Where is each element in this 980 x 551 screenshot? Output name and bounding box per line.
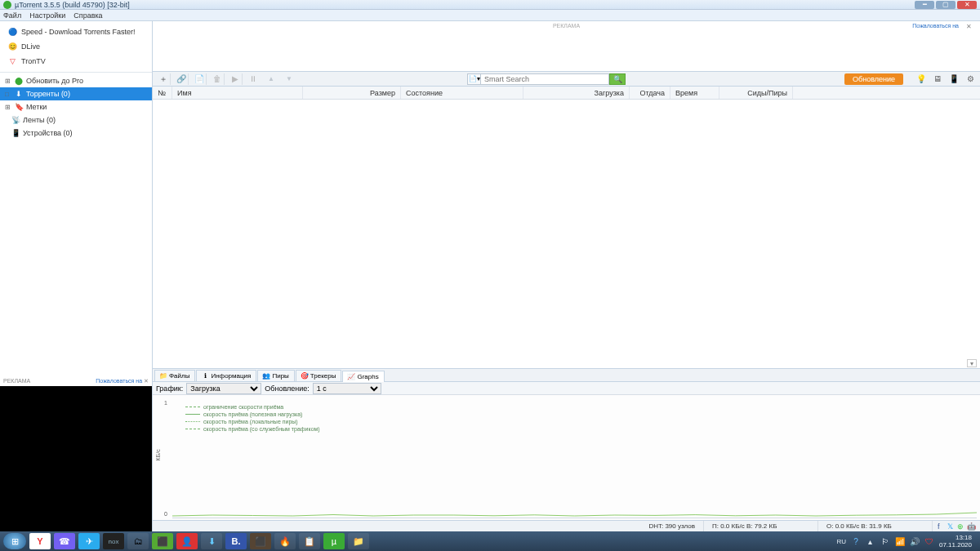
menu-file[interactable]: Файл [3,11,21,20]
sidebar-ad: РЕКЛАМА Пожаловаться на ✕ [0,378,153,531]
tree-upgrade-pro[interactable]: ⊞ ⬤ Обновить до Pro [0,74,152,87]
task-app2[interactable]: ⬇ [201,533,222,549]
pro-icon: ⬤ [15,77,23,85]
tray-flag-icon[interactable]: 🏳 [880,536,890,546]
folder-icon: 📁 [160,373,167,380]
promo-trontv-label: TronTV [21,57,46,65]
task-explorer[interactable]: 📁 [348,533,369,549]
android-icon[interactable]: 🤖 [967,522,975,531]
info-icon: ℹ [202,373,208,380]
menu-help[interactable]: Справка [74,11,102,20]
promo-speed[interactable]: 🔵 Speed - Download Torrents Faster! [0,24,152,39]
remote-icon[interactable]: 📱 [947,73,960,85]
tray-shield-icon[interactable]: 🛡 [924,536,934,546]
trontv-icon: ▽ [8,57,16,65]
status-down[interactable]: П: 0.0 КБ/с В: 79.2 КБ [704,521,818,531]
col-status[interactable]: Состояние [401,87,523,99]
tree-labels-label: Метки [26,103,47,111]
add-url-button[interactable]: 🔗 [174,73,189,85]
tab-graphs[interactable]: 📈Graphs [342,371,384,382]
tray-chevron-icon[interactable]: ▴ [866,536,875,546]
facebook-icon[interactable]: f [938,522,946,531]
settings-icon[interactable]: ⚙ [964,73,977,85]
sidebar-ad-body[interactable] [0,386,152,531]
tab-trackers[interactable]: 🎯Трекеры [296,370,342,381]
move-down-button[interactable]: ▼ [282,73,296,85]
task-telegram[interactable]: ✈ [78,533,100,549]
sidebar-ad-close[interactable]: ✕ [144,378,149,384]
share-icon[interactable]: ⊕ [957,522,965,531]
status-up[interactable]: О: 0.0 КБ/с В: 31.9 КБ [818,521,933,531]
social-icons: f 𝕏 ⊕ 🤖 [933,522,980,531]
task-yandex[interactable]: Y [29,533,51,549]
expander-icon[interactable]: ⊞ [5,78,11,85]
promo-dlive[interactable]: 😊 DLive [0,39,152,54]
tree-feeds-label: Ленты (0) [23,116,56,124]
peers-icon: 👥 [263,373,270,380]
tray-sound-icon[interactable]: 🔊 [910,536,920,546]
task-viber[interactable]: ☎ [54,533,75,549]
status-dht[interactable]: DHT: 390 узлов [640,521,704,531]
pause-button[interactable]: ⏸ [246,73,261,85]
expander-icon[interactable]: □ [5,91,11,98]
tab-files[interactable]: 📁Файлы [154,370,195,381]
add-torrent-button[interactable]: ＋ [156,73,171,85]
ytick-1: 1 [164,400,167,406]
promo-trontv[interactable]: ▽ TronTV [0,54,152,69]
maximize-button[interactable]: ▢ [936,1,956,9]
taskbar: ⊞ Y ☎ ✈ nox 🗂 ⬛ 👤 ⬇ B. ⬛ 🔥 📋 µ 📁 RU ? ▴ … [0,531,980,551]
search-button[interactable]: 🔍 [609,73,626,85]
torrent-list[interactable] [153,100,980,378]
start-button[interactable]: ▶ [228,73,243,85]
col-seedspeers[interactable]: Сиды/Пиры [719,87,793,99]
task-nox[interactable]: nox [103,533,124,549]
minimize-button[interactable]: ━ [915,1,934,9]
move-up-button[interactable]: ▲ [264,73,278,85]
task-app4[interactable]: ⬛ [250,533,271,549]
tree-labels[interactable]: ⊞ 🔖 Метки [0,100,152,113]
tray-help-icon[interactable]: ? [851,536,861,546]
col-name[interactable]: Имя [172,87,303,99]
tab-peers[interactable]: 👥Пиры [257,370,294,381]
col-down[interactable]: Загрузка [523,87,630,99]
tray-lang[interactable]: RU [836,538,846,545]
menu-settings[interactable]: Настройки [29,11,65,20]
detail-toggle-button[interactable]: ▾ [967,359,977,367]
tree-devices[interactable]: 📱 Устройства (0) [0,127,152,140]
task-minecraft[interactable]: ⬛ [152,533,173,549]
refresh-label: Обновление: [265,384,309,393]
task-app3[interactable]: B. [225,533,247,549]
lightbulb-icon[interactable]: 💡 [915,73,928,85]
task-amongus[interactable]: 👤 [176,533,198,549]
search-provider-dropdown[interactable]: 📄▾ [467,73,480,85]
tray-clock[interactable]: 13:18 07.11.2020 [939,534,977,549]
tree-feeds[interactable]: 📡 Ленты (0) [0,113,152,127]
col-num[interactable]: № [153,87,172,99]
task-app1[interactable]: 🗂 [127,533,149,549]
tray-network-icon[interactable]: 📶 [895,536,905,546]
ad-complain-link[interactable]: Пожаловаться на [912,23,959,29]
twitter-icon[interactable]: 𝕏 [947,522,956,531]
graph-controls: График: Загрузка Обновление: 1 с [153,382,980,395]
delete-button[interactable]: 🗑 [210,73,225,85]
graph-type-select[interactable]: Загрузка [186,383,261,394]
expander-icon[interactable]: ⊞ [5,104,11,111]
task-utorrent[interactable]: µ [323,533,345,549]
col-up[interactable]: Отдача [630,87,670,99]
col-time[interactable]: Время [670,87,719,99]
task-app5[interactable]: 🔥 [274,533,296,549]
tab-info[interactable]: ℹИнформация [196,370,256,381]
monitor-icon[interactable]: 🖥 [931,73,944,85]
col-size[interactable]: Размер [303,87,401,99]
sidebar-ad-complain[interactable]: Пожаловаться на [96,378,142,384]
create-torrent-button[interactable]: 📄 [192,73,207,85]
upgrade-button[interactable]: Обновление [844,73,903,85]
start-button[interactable]: ⊞ [3,533,26,549]
close-button[interactable]: ✕ [957,1,977,9]
tree-torrents[interactable]: □ ⬇ Торренты (0) [0,87,152,100]
task-app6[interactable]: 📋 [299,533,320,549]
search-input[interactable] [480,73,609,85]
rss-icon: 📡 [11,116,20,124]
ad-close-button[interactable]: ✕ [966,23,972,30]
refresh-select[interactable]: 1 с [313,383,381,394]
